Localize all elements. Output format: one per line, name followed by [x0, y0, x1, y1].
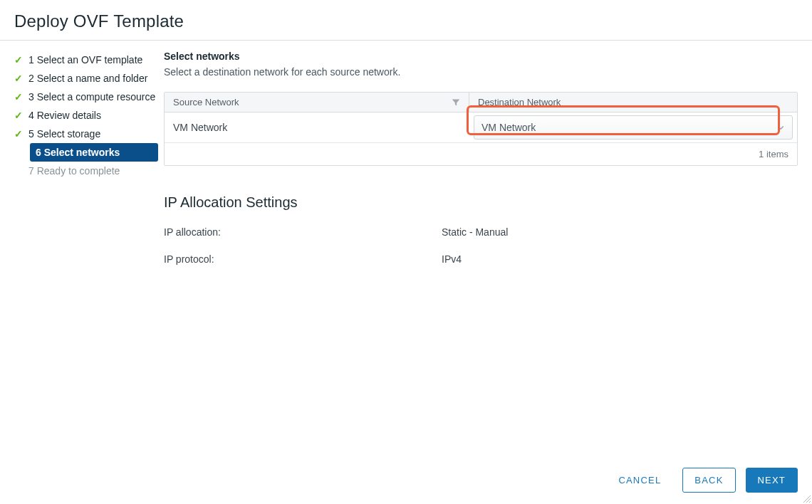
step-label: 4 Review details: [28, 110, 101, 121]
checkmark-icon: ✓: [14, 128, 23, 140]
ip-protocol-row: IP protocol: IPv4: [164, 253, 798, 265]
chevron-down-icon: [776, 123, 785, 132]
step-select-storage[interactable]: ✓ 5 Select storage: [0, 125, 164, 143]
step-label: 5 Select storage: [28, 128, 100, 140]
section-heading: Select networks: [164, 51, 798, 62]
checkmark-icon: ✓: [14, 73, 23, 84]
wizard-footer: CANCEL BACK NEXT: [607, 468, 798, 493]
step-select-compute[interactable]: ✓ 3 Select a compute resource: [0, 88, 164, 106]
destination-network-value: VM Network: [482, 122, 536, 133]
step-label: 2 Select a name and folder: [28, 73, 147, 84]
wizard-dialog: Deploy OVF Template ✓ 1 Select an OVF te…: [0, 0, 812, 504]
step-label: 7 Ready to complete: [28, 165, 120, 177]
checkmark-icon: ✓: [14, 91, 23, 103]
ip-protocol-label: IP protocol:: [164, 253, 442, 265]
source-network-value: VM Network: [173, 122, 227, 133]
table-row: VM Network VM Network: [165, 112, 797, 143]
back-button[interactable]: BACK: [682, 468, 735, 493]
wizard-title: Deploy OVF Template: [14, 11, 798, 31]
checkmark-icon: ✓: [14, 54, 23, 65]
ip-allocation-value: Static - Manual: [442, 226, 508, 238]
networks-table: Source Network Destination Network VM Ne…: [164, 92, 798, 166]
resize-grip-icon[interactable]: [803, 495, 811, 503]
table-items-count: 1 items: [759, 149, 788, 159]
table-header-row: Source Network Destination Network: [165, 93, 797, 112]
step-ready-complete: ✓ 7 Ready to complete: [0, 162, 164, 180]
cancel-button[interactable]: CANCEL: [607, 468, 672, 492]
ip-protocol-value: IPv4: [442, 253, 462, 265]
wizard-content: Select networks Select a destination net…: [164, 41, 812, 504]
wizard-body: ✓ 1 Select an OVF template ✓ 2 Select a …: [0, 41, 812, 504]
filter-icon[interactable]: [452, 98, 460, 107]
column-header-destination-label: Destination Network: [478, 97, 561, 107]
ip-allocation-row: IP allocation: Static - Manual: [164, 226, 798, 238]
destination-network-dropdown[interactable]: VM Network: [474, 115, 793, 140]
step-select-networks[interactable]: 6 Select networks: [30, 143, 158, 162]
column-header-source-label: Source Network: [173, 97, 239, 107]
wizard-steps: ✓ 1 Select an OVF template ✓ 2 Select a …: [0, 41, 164, 504]
step-label: 1 Select an OVF template: [28, 54, 142, 65]
ip-allocation-label: IP allocation:: [164, 226, 442, 238]
step-review-details[interactable]: ✓ 4 Review details: [0, 106, 164, 125]
wizard-header: Deploy OVF Template: [0, 0, 812, 41]
ip-allocation-heading: IP Allocation Settings: [164, 194, 798, 211]
step-select-name[interactable]: ✓ 2 Select a name and folder: [0, 69, 164, 88]
next-button[interactable]: NEXT: [746, 468, 798, 493]
step-label: 3 Select a compute resource: [28, 91, 155, 103]
source-network-cell: VM Network: [165, 112, 469, 142]
table-footer: 1 items: [165, 143, 797, 165]
step-select-ovf[interactable]: ✓ 1 Select an OVF template: [0, 51, 164, 69]
destination-network-cell: VM Network: [469, 112, 797, 142]
step-label: 6 Select networks: [36, 147, 120, 158]
column-header-destination[interactable]: Destination Network: [469, 93, 797, 112]
checkmark-icon: ✓: [14, 110, 23, 121]
column-header-source[interactable]: Source Network: [165, 93, 469, 112]
section-subheading: Select a destination network for each so…: [164, 66, 798, 78]
